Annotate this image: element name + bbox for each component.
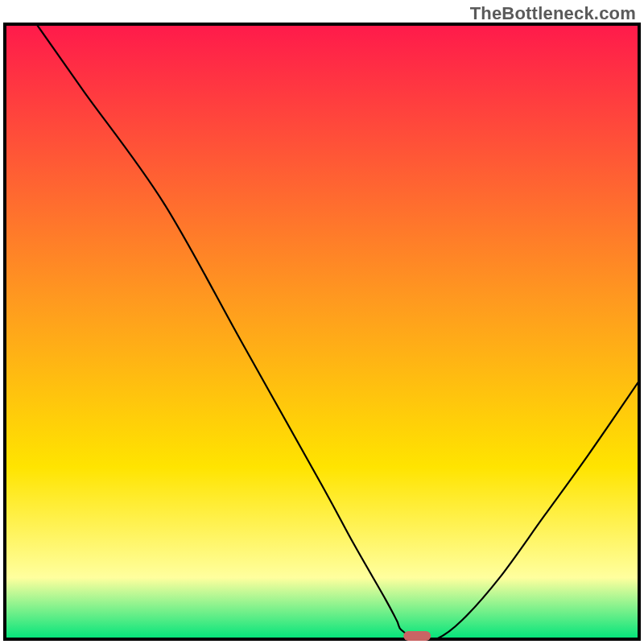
chart-svg bbox=[0, 0, 644, 644]
bottleneck-chart: TheBottleneck.com bbox=[0, 0, 644, 644]
chart-background bbox=[5, 24, 639, 639]
watermark-text: TheBottleneck.com bbox=[470, 3, 636, 24]
optimal-marker bbox=[403, 631, 431, 641]
